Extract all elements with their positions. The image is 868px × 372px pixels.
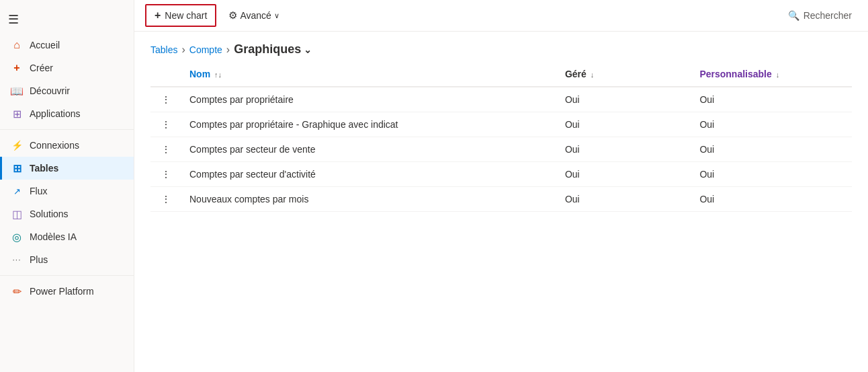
tables-icon: ⊞	[11, 162, 23, 174]
sidebar-item-decouvrir[interactable]: 📖 Découvrir	[0, 79, 134, 102]
modeles-icon: ◎	[11, 231, 23, 243]
cell-personnalisable: Oui	[691, 162, 852, 187]
power-platform-icon: ✏	[11, 285, 23, 297]
sidebar-item-label: Créer	[30, 63, 53, 73]
home-icon: ⌂	[11, 39, 23, 51]
cell-personnalisable: Oui	[691, 187, 852, 212]
search-icon: 🔍	[788, 10, 799, 21]
search-label: Rechercher	[804, 10, 852, 21]
flux-icon: ↗	[11, 185, 23, 197]
chevron-down-icon[interactable]: ⌄	[304, 44, 312, 55]
cell-gere: Oui	[557, 187, 692, 212]
sidebar-item-flux[interactable]: ↗ Flux	[0, 180, 134, 202]
breadcrumb-current: Graphiques ⌄	[234, 42, 312, 57]
divider-1	[0, 129, 134, 130]
sidebar-item-label: Découvrir	[30, 85, 70, 96]
new-chart-button[interactable]: + New chart	[145, 4, 216, 27]
table-row: ⋮Comptes par propriétaire - Graphique av…	[150, 112, 852, 137]
cell-gere: Oui	[557, 87, 692, 112]
chevron-down-icon: ∨	[274, 11, 279, 20]
sidebar-item-label: Connexions	[30, 140, 79, 151]
th-nom[interactable]: Nom ↑↓	[181, 62, 557, 87]
table-body: ⋮Comptes par propriétaireOuiOui⋮Comptes …	[150, 87, 852, 212]
content-area: Nom ↑↓ Géré ↓ Personnalisable ↓ ⋮Comptes…	[134, 62, 868, 372]
more-icon: ···	[11, 254, 23, 266]
sidebar-item-label: Plus	[30, 254, 48, 265]
new-chart-label: New chart	[165, 10, 207, 21]
row-actions-menu[interactable]: ⋮	[150, 112, 181, 137]
th-gere[interactable]: Géré ↓	[557, 62, 692, 87]
main-content: + New chart ⚙ Avancé ∨ 🔍 Rechercher Tabl…	[134, 0, 868, 372]
charts-table: Nom ↑↓ Géré ↓ Personnalisable ↓ ⋮Comptes…	[150, 62, 852, 212]
sort-icon-nom: ↑↓	[214, 71, 222, 79]
book-icon: 📖	[11, 85, 23, 97]
sidebar-item-label: Modèles IA	[30, 231, 77, 242]
sidebar-item-label: Solutions	[30, 209, 69, 219]
table-row: ⋮Comptes par secteur d'activitéOuiOui	[150, 162, 852, 187]
sidebar-item-modeles-ia[interactable]: ◎ Modèles IA	[0, 225, 134, 248]
th-personnalisable[interactable]: Personnalisable ↓	[691, 62, 852, 87]
sidebar: ☰ ⌂ Accueil + Créer 📖 Découvrir ⊞ Applic…	[0, 0, 134, 372]
sidebar-item-label: Power Platform	[30, 286, 94, 297]
th-empty	[150, 62, 181, 87]
row-actions-menu[interactable]: ⋮	[150, 87, 181, 112]
solutions-icon: ◫	[11, 208, 23, 220]
cell-gere: Oui	[557, 112, 692, 137]
connexions-icon: ⚡	[11, 139, 23, 151]
table-row: ⋮Comptes par secteur de venteOuiOui	[150, 137, 852, 162]
sidebar-item-creer[interactable]: + Créer	[0, 57, 134, 79]
breadcrumb-tables[interactable]: Tables	[150, 44, 177, 55]
avance-settings-icon: ⚙	[228, 9, 237, 22]
row-actions-menu[interactable]: ⋮	[150, 137, 181, 162]
sidebar-item-label: Applications	[30, 108, 81, 119]
cell-nom: Comptes par propriétaire	[181, 87, 557, 112]
table-header-row: Nom ↑↓ Géré ↓ Personnalisable ↓	[150, 62, 852, 87]
cell-nom: Comptes par secteur d'activité	[181, 162, 557, 187]
sidebar-item-accueil[interactable]: ⌂ Accueil	[0, 34, 134, 57]
breadcrumb-sep-1: ›	[181, 44, 185, 56]
search-area[interactable]: 🔍 Rechercher	[783, 7, 857, 24]
toolbar: + New chart ⚙ Avancé ∨ 🔍 Rechercher	[134, 0, 868, 32]
hamburger-icon: ☰	[8, 13, 19, 26]
cell-gere: Oui	[557, 162, 692, 187]
breadcrumb-compte[interactable]: Compte	[189, 44, 222, 55]
sidebar-item-tables[interactable]: ⊞ Tables	[0, 157, 134, 180]
row-actions-menu[interactable]: ⋮	[150, 162, 181, 187]
sidebar-item-power-platform[interactable]: ✏ Power Platform	[0, 280, 134, 303]
divider-2	[0, 275, 134, 276]
sort-icon-gere: ↓	[591, 71, 595, 79]
sidebar-item-solutions[interactable]: ◫ Solutions	[0, 202, 134, 225]
sidebar-item-label: Accueil	[30, 40, 60, 50]
cell-personnalisable: Oui	[691, 112, 852, 137]
breadcrumb: Tables › Compte › Graphiques ⌄	[134, 32, 868, 62]
plus-icon: +	[155, 9, 161, 22]
cell-nom: Nouveaux comptes par mois	[181, 187, 557, 212]
cell-personnalisable: Oui	[691, 137, 852, 162]
cell-gere: Oui	[557, 137, 692, 162]
sort-icon-perso: ↓	[776, 71, 780, 79]
plus-icon: +	[11, 62, 23, 74]
sidebar-hamburger[interactable]: ☰	[0, 5, 134, 34]
sidebar-item-plus[interactable]: ··· Plus	[0, 248, 134, 271]
sidebar-item-applications[interactable]: ⊞ Applications	[0, 102, 134, 125]
cell-nom: Comptes par propriétaire - Graphique ave…	[181, 112, 557, 137]
table-row: ⋮Nouveaux comptes par moisOuiOui	[150, 187, 852, 212]
grid-icon: ⊞	[11, 108, 23, 120]
sidebar-item-label: Flux	[30, 186, 47, 196]
sidebar-item-label: Tables	[30, 163, 58, 174]
avance-button[interactable]: ⚙ Avancé ∨	[222, 5, 286, 26]
breadcrumb-sep-2: ›	[226, 44, 230, 56]
avance-label: Avancé	[240, 10, 271, 21]
sidebar-item-connexions[interactable]: ⚡ Connexions	[0, 134, 134, 157]
cell-nom: Comptes par secteur de vente	[181, 137, 557, 162]
cell-personnalisable: Oui	[691, 87, 852, 112]
row-actions-menu[interactable]: ⋮	[150, 187, 181, 212]
table-row: ⋮Comptes par propriétaireOuiOui	[150, 87, 852, 112]
